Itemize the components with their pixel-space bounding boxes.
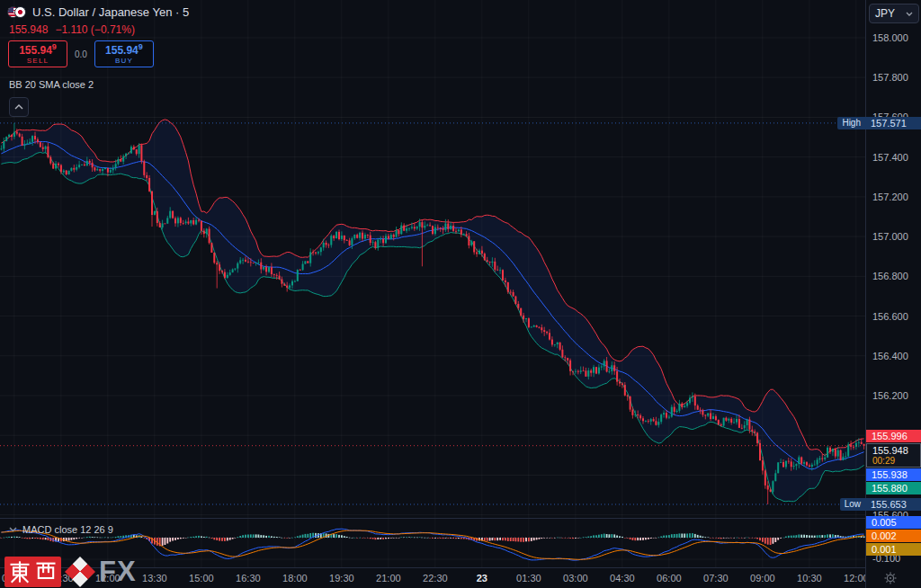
watermark-diamond-icon [65, 557, 95, 587]
time-axis-label: 15:00 [189, 573, 214, 584]
price-tick-label: 155.600 [872, 510, 908, 521]
macd-tick-label: -0.100 [872, 553, 900, 564]
time-axis-label: 09:00 [750, 573, 775, 584]
price-tick-label: 156.000 [872, 430, 908, 441]
time-axis-label: 06:00 [657, 573, 682, 584]
price-change-text: −1.110 (−0.71%) [55, 23, 135, 36]
price-tick-label: 155.800 [872, 469, 908, 480]
price-tick-label: 156.600 [872, 311, 908, 322]
macd-legend-label: MACD close 12 26 9 [22, 524, 113, 535]
sell-price-pip: 9 [52, 42, 57, 51]
symbol-icon [7, 6, 26, 18]
buy-price: 155.94 [105, 44, 139, 57]
price-tick-label: 157.800 [872, 72, 908, 83]
sell-label: SELL [27, 58, 49, 65]
bb-indicator-legend[interactable]: BB 20 SMA close 2 [9, 79, 94, 90]
symbol-legend[interactable]: U.S. Dollar / Japanese Yen · 5 [7, 5, 189, 19]
sell-button[interactable]: 155.949 SELL [8, 40, 67, 67]
order-buttons-row: 155.949 SELL 0.0 155.949 BUY [8, 40, 154, 67]
buy-label: BUY [115, 58, 133, 65]
time-axis-label: 13:30 [142, 573, 167, 584]
price-tick-label: 157.000 [872, 231, 908, 242]
price-axis[interactable]: JPY 158.000157.800157.600157.400157.2001… [865, 0, 921, 588]
watermark-fx-text: FX [99, 557, 137, 587]
price-tick-label: 157.400 [872, 152, 908, 163]
chevron-up-icon [14, 104, 23, 110]
time-axis-label: 10:30 [797, 573, 822, 584]
price-tick-label: 157.200 [872, 192, 908, 202]
price-tick-label: 156.400 [872, 351, 908, 361]
price-tick-label: 156.200 [872, 390, 908, 401]
price-tick-label: 156.800 [872, 271, 908, 281]
sell-price: 155.94 [19, 44, 52, 57]
axis-settings-gear-icon[interactable] [884, 572, 897, 584]
currency-axis-label: JPY [875, 7, 895, 20]
time-axis-label: 22:30 [423, 573, 448, 584]
legend-collapse-button[interactable] [9, 97, 29, 117]
price-pane[interactable] [0, 0, 865, 518]
time-axis-label: 19:30 [329, 573, 354, 584]
buy-price-pip: 9 [139, 42, 143, 51]
last-price-text: 155.948 [9, 23, 48, 36]
time-axis-label: 04:30 [610, 573, 635, 584]
time-axis-label: 16:30 [236, 573, 261, 584]
currency-axis-dropdown[interactable]: JPY [869, 4, 919, 23]
price-tick-label: 158.000 [872, 32, 908, 43]
macd-collapse-icon [9, 527, 17, 532]
kanji-higashi-icon [7, 559, 32, 584]
symbol-title[interactable]: U.S. Dollar / Japanese Yen · 5 [32, 5, 189, 19]
trading-chart-app: MACD close 12 26 9 09:0010:3012:0013:301… [0, 0, 921, 588]
price-change-row: 155.948 −1.110 (−0.71%) [9, 23, 135, 36]
time-axis-label: 21:00 [376, 573, 401, 584]
time-axis-date-label: 23 [477, 573, 487, 584]
macd-tick-label: 0.000 [872, 531, 898, 542]
watermark-kanji-logo [4, 557, 61, 587]
buy-button[interactable]: 155.949 BUY [94, 40, 154, 67]
time-axis-label: 03:00 [563, 573, 588, 584]
chevron-down-icon [906, 12, 913, 16]
time-axis-label: 01:30 [516, 573, 541, 584]
jp-flag-icon [14, 6, 26, 18]
kanji-nishi-icon [33, 559, 58, 584]
time-axis-label: 07:30 [703, 573, 729, 584]
broker-watermark: FX [4, 557, 137, 587]
macd-indicator-legend[interactable]: MACD close 12 26 9 [9, 524, 113, 535]
spread-value: 0.0 [75, 49, 87, 59]
price-tick-label: 157.600 [872, 111, 908, 122]
time-axis-label: 18:00 [282, 573, 308, 584]
